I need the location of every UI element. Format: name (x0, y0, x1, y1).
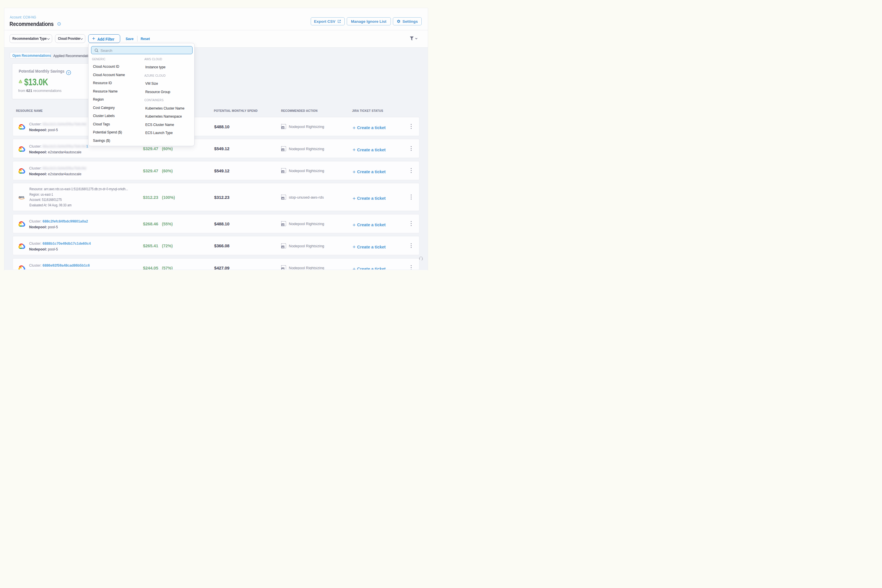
svg-text:aws: aws (19, 195, 24, 199)
svg-text:?: ? (68, 71, 69, 74)
